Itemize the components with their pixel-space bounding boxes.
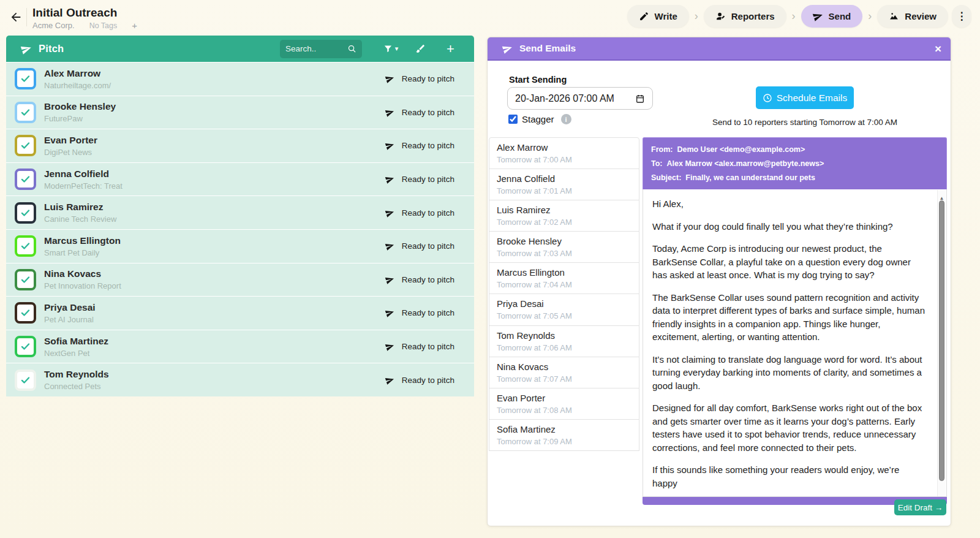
schedule-time: Tomorrow at 7:04 AM — [497, 280, 634, 289]
datetime-input[interactable]: 20-Jan-2026 07:00 AM — [507, 87, 653, 110]
email-scrollbar[interactable]: ▲ — [937, 190, 946, 496]
search-input[interactable] — [285, 44, 344, 53]
pitch-panel-title: Pitch — [39, 43, 64, 55]
start-sending-label: Start Sending — [509, 75, 567, 85]
status-label: Ready to pitch — [402, 74, 454, 83]
send-emails-panel: Send Emails × Start Sending 20-Jan-2026 … — [487, 37, 951, 526]
reporter-status: Ready to pitch — [385, 308, 466, 317]
schedule-card[interactable]: Alex Marrow Tomorrow at 7:00 AM — [489, 137, 639, 169]
reporter-checkbox[interactable] — [15, 68, 36, 89]
reporter-checkbox[interactable] — [15, 169, 36, 190]
workflow-steps: Write › Reporters › Send › Review ⋮ — [627, 5, 971, 28]
schedule-card[interactable]: Sofia Martinez Tomorrow at 7:09 AM — [489, 419, 639, 451]
paper-plane-icon — [384, 207, 396, 219]
schedule-card[interactable]: Marcus Ellington Tomorrow at 7:04 AM — [489, 262, 639, 294]
schedule-card[interactable]: Brooke Hensley Tomorrow at 7:03 AM — [489, 231, 639, 263]
reporter-row[interactable]: Jenna Colfield ModernPetTech: Treat Read… — [6, 163, 474, 196]
reporter-row[interactable]: Nina Kovacs Pet Innovation Report Ready … — [6, 263, 474, 297]
reporter-checkbox[interactable] — [15, 336, 36, 357]
reporter-name: Brooke Hensley — [44, 100, 116, 112]
more-menu-button[interactable]: ⋮ — [952, 5, 971, 28]
reporter-status: Ready to pitch — [385, 241, 466, 251]
from-label: From: — [651, 143, 673, 157]
search-icon[interactable] — [347, 44, 356, 53]
reporter-status: Ready to pitch — [385, 376, 466, 385]
reporter-row[interactable]: Evan Porter DigiPet News Ready to pitch — [6, 129, 474, 162]
reporter-row[interactable]: Priya Desai Pet AI Journal Ready to pitc… — [6, 297, 474, 330]
reporter-row[interactable]: Alex Marrow Naturheiltage.com/ Ready to … — [6, 63, 474, 96]
reporter-checkbox[interactable] — [15, 302, 36, 324]
step-review[interactable]: Review — [877, 5, 948, 28]
schedule-list: Alex Marrow Tomorrow at 7:00 AM Jenna Co… — [489, 137, 639, 451]
email-from-row: From: Demo User <demo@example.com> — [651, 143, 938, 157]
chevron-separator: › — [693, 10, 700, 23]
add-tag-button[interactable]: + — [132, 20, 137, 31]
status-label: Ready to pitch — [402, 342, 454, 351]
reporter-row[interactable]: Luis Ramirez Canine Tech Review Ready to… — [6, 196, 474, 229]
reporter-info: Nina Kovacs Pet Innovation Report — [44, 268, 121, 291]
reporter-info: Luis Ramirez Canine Tech Review — [44, 201, 116, 224]
reporter-outlet: ModernPetTech: Treat — [44, 181, 123, 191]
reporter-status: Ready to pitch — [385, 342, 466, 351]
step-write[interactable]: Write — [627, 5, 689, 28]
reporter-row[interactable]: Tom Reynolds Connected Pets Ready to pit… — [6, 363, 474, 396]
mountain-review-icon — [889, 11, 899, 21]
schedule-name: Brooke Hensley — [497, 235, 634, 247]
reporter-status: Ready to pitch — [385, 141, 466, 150]
reporter-checkbox[interactable] — [15, 269, 36, 290]
paper-plane-icon — [384, 341, 396, 352]
check-icon — [20, 274, 31, 286]
check-icon — [20, 207, 31, 219]
step-send[interactable]: Send — [801, 5, 863, 28]
schedule-card[interactable]: Jenna Colfield Tomorrow at 7:01 AM — [489, 169, 639, 200]
email-paragraph: Hi Alex, — [652, 197, 925, 211]
arrow-left-icon — [9, 10, 23, 24]
reporter-name: Nina Kovacs — [44, 268, 121, 279]
filter-button[interactable]: ▾ — [375, 38, 405, 60]
status-label: Ready to pitch — [402, 308, 454, 317]
reporter-checkbox[interactable] — [15, 369, 36, 391]
reporter-info: Jenna Colfield ModernPetTech: Treat — [44, 168, 123, 191]
schedule-card[interactable]: Evan Porter Tomorrow at 7:08 AM — [489, 388, 639, 420]
schedule-time: Tomorrow at 7:05 AM — [497, 311, 634, 320]
step-reporters[interactable]: Reporters — [704, 5, 786, 28]
reporter-status: Ready to pitch — [385, 275, 466, 284]
paper-plane-icon — [384, 274, 396, 286]
check-icon — [20, 140, 31, 151]
back-button[interactable] — [6, 7, 26, 27]
schedule-name: Evan Porter — [497, 392, 634, 404]
paper-plane-icon — [384, 73, 396, 85]
calendar-icon[interactable] — [635, 94, 645, 104]
schedule-card[interactable]: Luis Ramirez Tomorrow at 7:02 AM — [489, 200, 639, 232]
info-icon[interactable]: i — [561, 114, 571, 124]
schedule-card[interactable]: Priya Desai Tomorrow at 7:05 AM — [489, 294, 639, 325]
add-reporter-button[interactable]: + — [435, 38, 466, 60]
reporter-row[interactable]: Sofia Martinez NextGen Pet Ready to pitc… — [6, 330, 474, 363]
reporter-checkbox[interactable] — [15, 202, 36, 224]
reporter-row[interactable]: Marcus Ellington Smart Pet Daily Ready t… — [6, 230, 474, 263]
reporter-row[interactable]: Brooke Hensley FuturePaw Ready to pitch — [6, 96, 474, 129]
reporter-name: Tom Reynolds — [44, 368, 109, 380]
subject-label: Subject: — [651, 171, 681, 185]
reporter-name: Marcus Ellington — [44, 235, 121, 246]
reporter-status: Ready to pitch — [385, 74, 466, 83]
edit-draft-button[interactable]: Edit Draft → — [894, 499, 946, 515]
check-icon — [20, 240, 31, 252]
reporter-status: Ready to pitch — [385, 175, 466, 184]
schedule-name: Luis Ramirez — [497, 204, 634, 216]
check-icon — [20, 307, 31, 319]
schedule-name: Marcus Ellington — [497, 267, 634, 278]
scrollbar-thumb[interactable] — [939, 200, 944, 481]
reporter-checkbox[interactable] — [15, 102, 36, 123]
reporter-checkbox[interactable] — [15, 235, 36, 257]
schedule-card[interactable]: Tom Reynolds Tomorrow at 7:06 AM — [489, 325, 639, 357]
highlighter-button[interactable] — [405, 38, 435, 60]
email-preview: From: Demo User <demo@example.com> To: A… — [643, 137, 947, 505]
stagger-checkbox[interactable] — [508, 115, 518, 124]
schedule-time: Tomorrow at 7:09 AM — [497, 437, 634, 446]
reporter-checkbox[interactable] — [15, 135, 36, 156]
close-icon[interactable]: × — [935, 43, 941, 55]
highlighter-icon — [415, 44, 426, 54]
schedule-emails-button[interactable]: Schedule Emails — [756, 86, 854, 109]
schedule-card[interactable]: Nina Kovacs Tomorrow at 7:07 AM — [489, 357, 639, 388]
